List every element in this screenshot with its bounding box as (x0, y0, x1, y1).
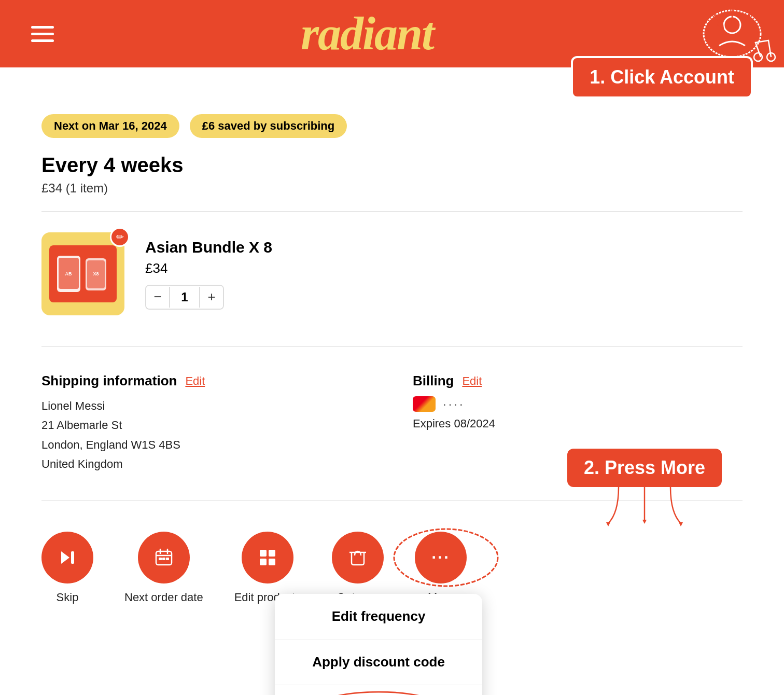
shipping-address2: London, England W1S 4BS (41, 435, 371, 454)
svg-point-28 (316, 692, 441, 695)
step2-arrows (593, 487, 696, 529)
edit-product-dot[interactable]: ✏ (110, 227, 130, 247)
skip-button[interactable] (41, 532, 93, 583)
shipping-address1: 21 Albemarle St (41, 415, 371, 435)
account-icon-area[interactable] (680, 5, 753, 62)
svg-marker-10 (606, 522, 610, 526)
product-thumbnail: AB X8 ✏ (41, 232, 124, 315)
shipping-country: United Kingdom (41, 454, 371, 474)
next-order-date-button[interactable] (138, 532, 190, 583)
quantity-increase[interactable]: + (200, 286, 223, 309)
cancel-highlight-oval (275, 685, 482, 695)
quantity-control: − 1 + (145, 285, 224, 310)
svg-rect-19 (159, 558, 162, 560)
shipping-edit-link[interactable]: Edit (185, 374, 205, 388)
more-dropdown: Edit frequency Apply discount code Cance… (275, 594, 482, 695)
subscription-frequency: Every 4 weeks (41, 154, 743, 177)
billing-edit-link[interactable]: Edit (462, 374, 482, 388)
svg-rect-25 (269, 559, 275, 565)
svg-text:X8: X8 (93, 271, 99, 276)
svg-text:AB: AB (65, 271, 72, 276)
svg-point-2 (754, 53, 762, 61)
more-dots: ··· (431, 548, 450, 567)
quantity-value: 1 (169, 287, 200, 308)
mastercard-icon (413, 396, 436, 412)
action-get-now: Get now (332, 532, 384, 604)
shipping-col: Shipping information Edit Lionel Messi 2… (41, 373, 371, 474)
dropdown-edit-frequency[interactable]: Edit frequency (275, 594, 482, 640)
billing-heading: Billing Edit (413, 373, 743, 389)
main-content: Next on Mar 16, 2024 £6 saved by subscri… (0, 67, 784, 641)
shipping-address: Lionel Messi 21 Albemarle St London, Eng… (41, 396, 371, 474)
next-order-date-label: Next order date (124, 591, 203, 604)
actions-row: 2. Press More Skip (41, 516, 743, 620)
step2-badge: 2. Press More (567, 449, 722, 487)
card-number-dots: ···· (443, 397, 465, 411)
subscription-price: £34 (1 item) (41, 181, 743, 196)
shipping-label: Shipping information (41, 373, 177, 389)
get-now-button[interactable] (332, 532, 384, 583)
product-info: Asian Bundle X 8 £34 − 1 + (145, 239, 743, 310)
card-row: ···· (413, 396, 743, 412)
svg-marker-13 (61, 551, 69, 564)
skip-label: Skip (57, 591, 79, 604)
svg-rect-24 (260, 559, 267, 565)
action-next-order-date: Next order date (124, 532, 203, 604)
brand-logo: radiant (301, 10, 433, 57)
svg-marker-12 (679, 522, 683, 526)
billing-label: Billing (413, 373, 454, 389)
step2-area: 2. Press More (567, 449, 722, 529)
svg-rect-23 (269, 550, 275, 557)
product-image: AB X8 (49, 245, 117, 302)
action-edit-products: Edit products (234, 532, 301, 604)
svg-rect-20 (162, 558, 165, 560)
dropdown-apply-discount[interactable]: Apply discount code (275, 640, 482, 685)
svg-rect-22 (260, 550, 267, 557)
shipping-heading: Shipping information Edit (41, 373, 371, 389)
quantity-decrease[interactable]: − (146, 286, 169, 309)
product-price: £34 (145, 260, 743, 276)
action-skip: Skip (41, 532, 93, 604)
header-right: 1. Click Account (680, 5, 753, 62)
divider-1 (41, 211, 743, 212)
step1-badge: 1. Click Account (571, 56, 753, 99)
product-name: Asian Bundle X 8 (145, 239, 743, 256)
svg-rect-14 (71, 551, 74, 564)
card-expiry: Expires 08/2024 (413, 417, 743, 430)
hamburger-menu[interactable] (31, 26, 54, 42)
savings-badge: £6 saved by subscribing (190, 114, 347, 138)
shipping-name: Lionel Messi (41, 396, 371, 415)
more-button[interactable]: ··· (415, 532, 467, 583)
divider-2 (41, 346, 743, 347)
header: radiant (0, 0, 784, 67)
product-row: AB X8 ✏ Asian Bundle X 8 £34 − 1 + (41, 227, 743, 331)
dropdown-cancel[interactable]: Cancel (275, 685, 482, 695)
next-order-badge: Next on Mar 16, 2024 (41, 114, 179, 138)
top-badges: Next on Mar 16, 2024 £6 saved by subscri… (41, 114, 743, 138)
action-more: ··· More Edit frequency Apply discount c… (415, 532, 467, 604)
svg-marker-11 (642, 520, 647, 524)
svg-rect-21 (166, 558, 169, 560)
edit-products-button[interactable] (242, 532, 293, 583)
